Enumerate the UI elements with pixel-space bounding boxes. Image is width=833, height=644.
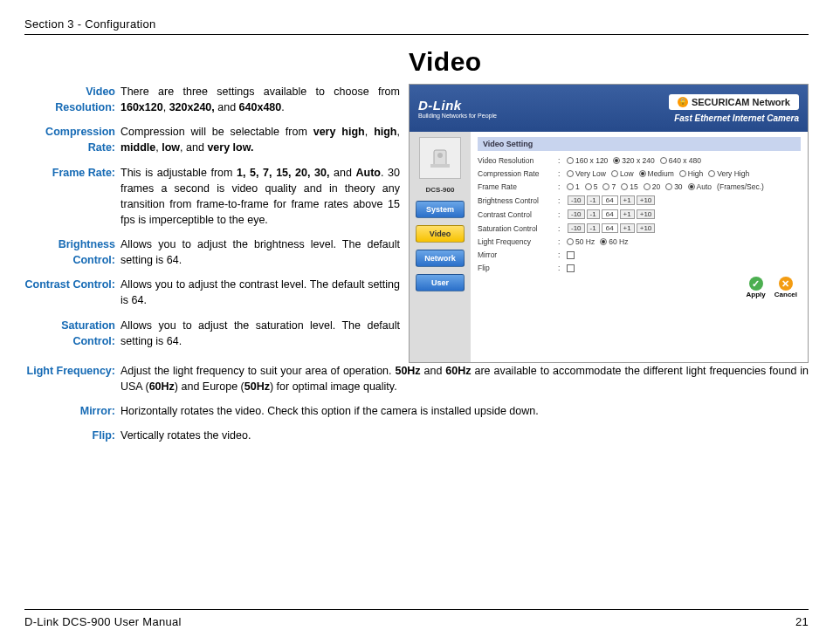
radio-option[interactable] bbox=[613, 157, 620, 164]
radio-option[interactable] bbox=[621, 183, 628, 190]
stepper-button[interactable]: +1 bbox=[620, 195, 635, 205]
radio-option[interactable] bbox=[567, 157, 574, 164]
stepper-button[interactable]: +10 bbox=[637, 223, 656, 233]
field-label: Mirror bbox=[478, 250, 558, 259]
form-row: Contrast Control:-10-164+1+10 bbox=[478, 209, 801, 219]
nav-video[interactable]: Video bbox=[416, 225, 465, 243]
radio-option[interactable] bbox=[600, 238, 607, 245]
securicam-logo: 🔒 SECURICAM Network bbox=[669, 94, 799, 110]
page-title: Video bbox=[409, 47, 809, 77]
radio-option[interactable] bbox=[567, 170, 574, 177]
brand-logo: D-Link bbox=[418, 98, 497, 113]
field-label: Saturation Control bbox=[478, 224, 558, 233]
definition-text: Allows you to adjust the brightness leve… bbox=[120, 236, 400, 268]
radio-option[interactable] bbox=[602, 183, 609, 190]
radio-option[interactable] bbox=[688, 183, 695, 190]
radio-label: Very High bbox=[717, 169, 749, 178]
model-label: DCS-900 bbox=[426, 186, 455, 194]
form-row: Mirror: bbox=[478, 250, 801, 259]
definition-text: Adjust the light frequency to suit your … bbox=[120, 363, 809, 394]
radio-option[interactable] bbox=[611, 170, 618, 177]
radio-label: 7 bbox=[611, 182, 616, 191]
definition-label: Video Resolution: bbox=[24, 84, 120, 115]
radio-option[interactable] bbox=[567, 238, 574, 245]
product-subtitle: Fast Ethernet Internet Camera bbox=[669, 113, 799, 123]
radio-label: Auto bbox=[697, 182, 713, 191]
embedded-screenshot: D-Link Building Networks for People 🔒 SE… bbox=[409, 84, 809, 363]
radio-label: 50 Hz bbox=[575, 237, 595, 246]
radio-label: 60 Hz bbox=[609, 237, 628, 246]
lock-icon: 🔒 bbox=[678, 97, 688, 107]
checkbox[interactable] bbox=[567, 251, 575, 259]
radio-label: 30 bbox=[674, 182, 682, 191]
stepper-button[interactable]: +10 bbox=[637, 209, 656, 219]
stepper-button[interactable]: -10 bbox=[568, 209, 585, 219]
definition-text: Allows you to adjust the contrast level.… bbox=[120, 277, 400, 308]
field-label: Compression Rate bbox=[478, 169, 558, 178]
radio-label: Very Low bbox=[575, 169, 606, 178]
radio-option[interactable] bbox=[660, 157, 667, 164]
definitions-column: Video Resolution:There are three setting… bbox=[24, 84, 400, 363]
stepper-button[interactable]: -10 bbox=[568, 195, 585, 205]
field-label: Flip bbox=[478, 264, 558, 272]
stepper-value: 64 bbox=[602, 195, 618, 205]
radio-label: 160 x 120 bbox=[575, 156, 608, 165]
stepper-value: 64 bbox=[602, 223, 618, 233]
radio-option[interactable] bbox=[644, 183, 651, 190]
apply-button[interactable]: ✓Apply bbox=[747, 277, 766, 298]
definition-row: Frame Rate:This is adjustable from 1, 5,… bbox=[24, 165, 400, 229]
settings-panel: Video Setting Video Resolution:160 x 120… bbox=[471, 132, 808, 362]
radio-option[interactable] bbox=[679, 170, 686, 177]
form-row: Frame Rate:157152030Auto(Frames/Sec.) bbox=[478, 182, 801, 191]
definition-label: Brightness Control: bbox=[24, 236, 120, 268]
camera-image bbox=[419, 137, 461, 179]
field-label: Contrast Control bbox=[478, 210, 558, 219]
stepper-button[interactable]: -1 bbox=[587, 209, 600, 219]
radio-option[interactable] bbox=[567, 183, 574, 190]
radio-label: 20 bbox=[652, 182, 660, 191]
section-header: Section 3 - Configuration bbox=[24, 17, 809, 35]
radio-option[interactable] bbox=[639, 170, 646, 177]
definition-label: Saturation Control: bbox=[24, 318, 120, 349]
radio-option[interactable] bbox=[585, 183, 592, 190]
form-row: Light Frequency:50 Hz60 Hz bbox=[478, 237, 801, 246]
field-label: Video Resolution bbox=[478, 156, 558, 165]
stepper-button[interactable]: +1 bbox=[620, 209, 635, 219]
brand-tagline: Building Networks for People bbox=[418, 113, 497, 119]
stepper-value: 64 bbox=[602, 209, 618, 219]
radio-option[interactable] bbox=[665, 183, 672, 190]
svg-point-1 bbox=[437, 153, 443, 158]
sidebar: DCS-900 System Video Network User bbox=[410, 132, 471, 362]
nav-network[interactable]: Network bbox=[416, 250, 465, 267]
radio-label: 1 bbox=[575, 182, 580, 191]
definition-text: This is adjustable from 1, 5, 7, 15, 20,… bbox=[120, 165, 400, 229]
footer-manual-title: D-Link DCS-900 User Manual bbox=[24, 615, 182, 628]
nav-user[interactable]: User bbox=[416, 274, 465, 291]
page-footer: D-Link DCS-900 User Manual 21 bbox=[24, 609, 809, 628]
radio-option[interactable] bbox=[708, 170, 715, 177]
stepper-button[interactable]: -10 bbox=[568, 223, 585, 233]
definition-row: Mirror:Horizontally rotates the video. C… bbox=[24, 403, 809, 419]
footer-page-number: 21 bbox=[795, 615, 809, 628]
definition-label: Contrast Control: bbox=[24, 277, 120, 308]
cancel-button[interactable]: ✕Cancel bbox=[774, 277, 797, 298]
checkbox[interactable] bbox=[567, 264, 575, 272]
definitions-wide: Light Frequency:Adjust the light frequen… bbox=[24, 363, 809, 444]
definition-row: Compression Rate:Compression will be sel… bbox=[24, 124, 400, 155]
definition-text: Compression will be selectable from very… bbox=[120, 124, 400, 155]
field-label: Frame Rate bbox=[478, 182, 558, 191]
stepper-button[interactable]: -1 bbox=[587, 223, 600, 233]
form-row: Video Resolution:160 x 120320 x 240640 x… bbox=[478, 156, 801, 165]
definition-text: Vertically rotates the video. bbox=[120, 428, 809, 443]
stepper-button[interactable]: +10 bbox=[637, 195, 656, 205]
definition-row: Video Resolution:There are three setting… bbox=[24, 84, 400, 115]
nav-system[interactable]: System bbox=[416, 201, 465, 218]
radio-label: Low bbox=[620, 169, 634, 178]
stepper-button[interactable]: -1 bbox=[587, 195, 600, 205]
panel-title: Video Setting bbox=[478, 137, 801, 151]
stepper-button[interactable]: +1 bbox=[620, 223, 635, 233]
definition-label: Light Frequency: bbox=[24, 363, 120, 394]
radio-label: 15 bbox=[630, 182, 637, 191]
field-label: Light Frequency bbox=[478, 237, 558, 246]
radio-label: High bbox=[688, 169, 703, 178]
